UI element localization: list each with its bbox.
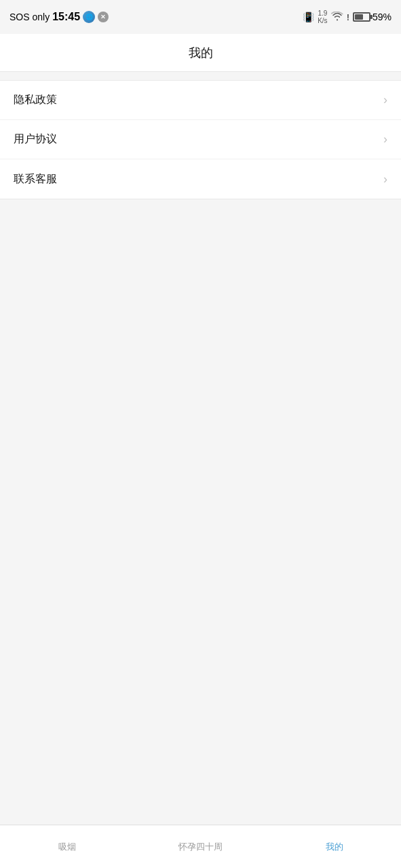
menu-group: 隐私政策 › 用户协议 › 联系客服 ›: [0, 80, 401, 199]
menu-label-privacy: 隐私政策: [14, 93, 57, 107]
tab-label-pregnancy: 怀孕四十周: [178, 841, 223, 853]
sos-text: SOS only: [9, 12, 50, 22]
menu-label-contact: 联系客服: [14, 172, 57, 186]
battery-icon: [353, 12, 370, 22]
menu-item-agreement[interactable]: 用户协议 ›: [0, 120, 401, 159]
status-bar: SOS only 15:45 🌐 ✕ 📳 1.9 K/s ! 59%: [0, 0, 401, 34]
menu-label-agreement: 用户协议: [14, 132, 57, 146]
vibrate-icon: 📳: [303, 12, 314, 22]
globe-icon: 🌐: [83, 11, 95, 23]
status-right: 📳 1.9 K/s ! 59%: [303, 9, 392, 24]
tab-pregnancy[interactable]: 怀孕四十周: [134, 825, 267, 868]
battery-container: 59%: [353, 12, 392, 22]
tab-smoke[interactable]: 吸烟: [0, 825, 134, 868]
menu-item-contact[interactable]: 联系客服 ›: [0, 159, 401, 199]
wifi-icon: [331, 12, 343, 23]
main-content: 隐私政策 › 用户协议 › 联系客服 ›: [0, 72, 401, 512]
close-icon: ✕: [98, 12, 109, 22]
chevron-right-icon: ›: [383, 93, 387, 107]
warning-icon: !: [347, 12, 349, 22]
page-title: 我的: [189, 45, 213, 61]
chevron-right-icon: ›: [383, 172, 387, 186]
battery-fill: [355, 14, 363, 20]
chevron-right-icon: ›: [383, 132, 387, 146]
status-left: SOS only 15:45 🌐 ✕: [9, 11, 109, 23]
status-time: 15:45: [52, 11, 80, 23]
title-bar: 我的: [0, 34, 401, 72]
content-spacer: [0, 512, 401, 825]
tab-mine[interactable]: 我的: [267, 825, 401, 868]
menu-item-privacy[interactable]: 隐私政策 ›: [0, 81, 401, 120]
network-speed: 1.9 K/s: [318, 9, 327, 24]
battery-percent: 59%: [373, 12, 392, 22]
tab-label-mine: 我的: [326, 841, 343, 853]
tab-bar: 吸烟 怀孕四十周 我的: [0, 825, 401, 868]
tab-label-smoke: 吸烟: [58, 841, 76, 853]
